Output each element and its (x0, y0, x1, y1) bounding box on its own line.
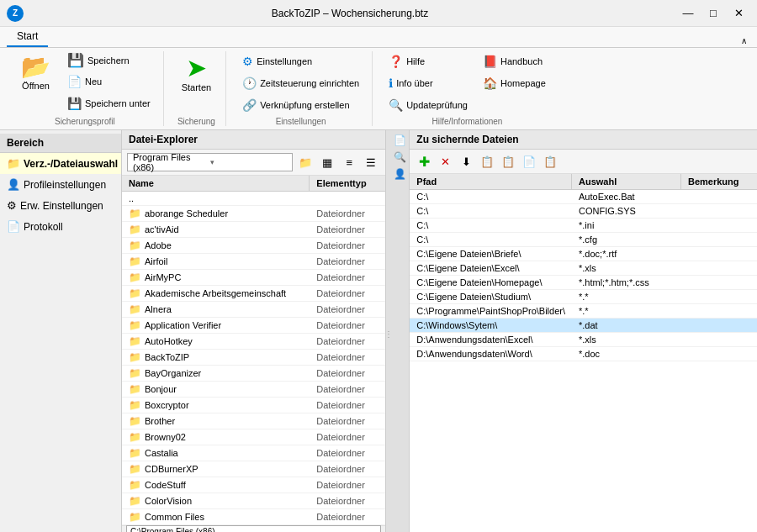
fe-btn-details[interactable]: ☰ (362, 153, 380, 171)
left-icon-3[interactable]: 👤 (394, 167, 407, 181)
sidebar-item-verz[interactable]: 📁 Verz.-/Dateiauswahl (0, 153, 121, 174)
help-button[interactable]: ❓ Hilfe (383, 51, 474, 71)
save-as-icon: 💾 (67, 97, 82, 110)
file-explorer-panel: Datei-Explorer Program Files (x86) ▾ 📁 ▦… (122, 130, 386, 532)
bf-list-item[interactable]: C:\CONFIG.SYS (410, 204, 757, 219)
path-combo-text: Program Files (x86) (133, 152, 210, 172)
bf-btn6[interactable]: 📄 (520, 152, 538, 171)
bf-list-item[interactable]: C:\Eigene Dateien\Studium\*.* (410, 290, 757, 304)
bf-list-item[interactable]: C:\Eigene Dateien\Homepage\*.html;*.htm;… (410, 276, 757, 290)
folder-icon: 📁 (129, 287, 141, 299)
sidebar-item-protokoll[interactable]: 📄 Protokoll (0, 216, 121, 237)
open-button[interactable]: 📂 Öffnen (13, 51, 58, 95)
fe-list-item[interactable]: 📁BackToZIPDateiordner (122, 350, 385, 366)
bf-list-item[interactable]: C:\*.ini (410, 219, 757, 233)
tab-start[interactable]: Start (7, 27, 48, 47)
folder-icon: 📁 (129, 208, 141, 219)
fe-btn-up[interactable]: 📁 (296, 153, 315, 171)
start-button[interactable]: ➤ Starten (174, 51, 219, 97)
save-as-button[interactable]: 💾 Speichern unter (61, 93, 156, 113)
bf-list-item[interactable]: C:\AutoExec.Bat (410, 190, 757, 204)
sidebar-item-erw[interactable]: ⚙ Erw. Einstellungen (0, 195, 121, 216)
bf-delete-btn[interactable]: ✕ (436, 152, 454, 171)
fe-list-item[interactable]: 📁AirMyPCDateiordner (122, 270, 385, 286)
bf-list-item[interactable]: C:\Programme\PaintShopPro\Bilder\*.* (410, 304, 757, 319)
update-icon: 🔍 (389, 98, 403, 112)
update-button[interactable]: 🔍 Updateprüfung (383, 95, 474, 115)
window-controls: — □ ✕ (676, 3, 750, 24)
fe-list-item[interactable]: 📁Application VerifierDateiordner (122, 318, 385, 334)
sidebar-folder-icon: 📁 (7, 157, 20, 170)
manual-button[interactable]: 📕 Handbuch (477, 51, 552, 71)
bf-add-btn[interactable]: ✚ (415, 152, 433, 171)
folder-icon: 📁 (129, 495, 141, 507)
ribbon-group-sicherungsprofil: 📂 Öffnen 💾 Speichern 📄 Neu 💾 Speichern u… (7, 51, 164, 126)
fe-list-item[interactable]: 📁BonjourDateiordner (122, 382, 385, 398)
sicherung-label: Sicherung (177, 117, 215, 126)
schedule-button[interactable]: 🕐 Zeitsteuerung einrichten (236, 73, 365, 93)
fe-list-item[interactable]: 📁ac'tivAidDateiordner (122, 222, 385, 238)
fe-list[interactable]: ..📁aborange SchedulerDateiordner📁ac'tivA… (122, 192, 385, 525)
fe-list-item[interactable]: 📁Common FilesDateiordner (122, 509, 385, 525)
bf-list-item[interactable]: D:\Anwendungsdaten\Word\*.doc (410, 347, 757, 361)
close-button[interactable]: ✕ (727, 3, 750, 24)
fe-list-item[interactable]: 📁CodeStuffDateiordner (122, 477, 385, 493)
save-button[interactable]: 💾 Speichern (61, 51, 156, 70)
col-type-header: Elementtyp (310, 176, 385, 191)
sidebar-item-profile[interactable]: 👤 Profileinstellungen (0, 174, 121, 195)
folder-icon: 📁 (129, 271, 141, 283)
bf-btn4[interactable]: 📋 (478, 152, 496, 171)
fe-list-item[interactable]: 📁BoxcryptorDateiordner (122, 398, 385, 413)
info-icon: ℹ (389, 76, 393, 90)
fe-list-item[interactable]: 📁BrotherDateiordner (122, 413, 385, 429)
fe-list-item[interactable]: 📁AdobeDateiordner (122, 238, 385, 254)
fe-bottom-path-input[interactable] (126, 525, 381, 532)
left-icon-2[interactable]: 🔍 (394, 150, 407, 164)
bf-list-item[interactable]: C:\Eigene Dateien\Excel\*.xls (410, 261, 757, 276)
bf-btn7[interactable]: 📋 (541, 152, 559, 171)
open-icon: 📂 (21, 55, 50, 79)
bf-list-item[interactable]: C:\*.cfg (410, 233, 757, 247)
path-combo[interactable]: Program Files (x86) ▾ (127, 153, 293, 171)
fe-list-item[interactable]: 📁Akademische ArbeitsgemeinschaftDateiord… (122, 286, 385, 302)
fe-list-item[interactable]: 📁ColorVisionDateiordner (122, 493, 385, 509)
fe-btn-list[interactable]: ≡ (340, 153, 358, 171)
fe-list-item[interactable]: 📁aborange SchedulerDateiordner (122, 206, 385, 222)
folder-icon: 📁 (129, 224, 141, 235)
folder-icon: 📁 (129, 351, 141, 363)
homepage-button[interactable]: 🏠 Homepage (477, 73, 552, 93)
bf-list-item[interactable]: C:\Eigene Dateien\Briefe\*.doc;*.rtf (410, 247, 757, 261)
left-icon-1[interactable]: 📄 (394, 134, 407, 147)
sicherungsprofil-label: Sicherungsprofil (55, 117, 115, 126)
hilfe-label: Hilfe/Informationen (431, 117, 502, 126)
bf-list[interactable]: C:\AutoExec.BatC:\CONFIG.SYSC:\*.iniC:\*… (410, 190, 757, 532)
shortcut-button[interactable]: 🔗 Verknüpfung erstellen (236, 95, 365, 115)
bf-btn5[interactable]: 📋 (499, 152, 517, 171)
save-as-label: Speichern unter (85, 98, 151, 108)
fe-btn-grid[interactable]: ▦ (318, 153, 336, 171)
save-label: Speichern (87, 55, 130, 66)
new-button[interactable]: 📄 Neu (61, 71, 156, 92)
fe-list-item[interactable]: 📁Browny02Dateiordner (122, 429, 385, 445)
bf-list-item[interactable]: D:\Anwendungsdaten\Excel\*.xls (410, 333, 757, 347)
fe-list-item[interactable]: 📁CDBurnerXPDateiordner (122, 461, 385, 477)
folder-icon: 📁 (129, 240, 141, 251)
ribbon-group-hilfe: ❓ Hilfe ℹ Info über 🔍 Updateprüfung 📕 (376, 51, 558, 126)
fe-list-item[interactable]: 📁AutoHotkeyDateiordner (122, 334, 385, 350)
fe-list-item[interactable]: 📁AirfoilDateiordner (122, 254, 385, 270)
bf-toolbar: ✚ ✕ ⬇ 📋 📋 📄 📋 (410, 150, 757, 174)
bf-btn3[interactable]: ⬇ (457, 152, 475, 171)
start-label: Starten (182, 82, 211, 92)
schedule-label: Zeitsteuerung einrichten (260, 78, 359, 88)
fe-list-item[interactable]: 📁CastaliaDateiordner (122, 445, 385, 461)
minimize-button[interactable]: — (676, 3, 700, 24)
settings-button[interactable]: ⚙ Einstellungen (236, 51, 365, 71)
fe-list-item[interactable]: 📁BayOrganizerDateiordner (122, 366, 385, 382)
fe-list-item[interactable]: 📁AlneraDateiordner (122, 302, 385, 318)
info-button[interactable]: ℹ Info über (383, 73, 474, 93)
bf-list-item[interactable]: C:\Windows\Sytem\*.dat (410, 319, 757, 333)
maximize-button[interactable]: □ (701, 3, 725, 24)
ribbon-collapse-btn[interactable]: ∧ (738, 34, 750, 47)
fe-list-item[interactable]: .. (122, 192, 385, 206)
col-auswahl-header: Auswahl (572, 174, 681, 189)
